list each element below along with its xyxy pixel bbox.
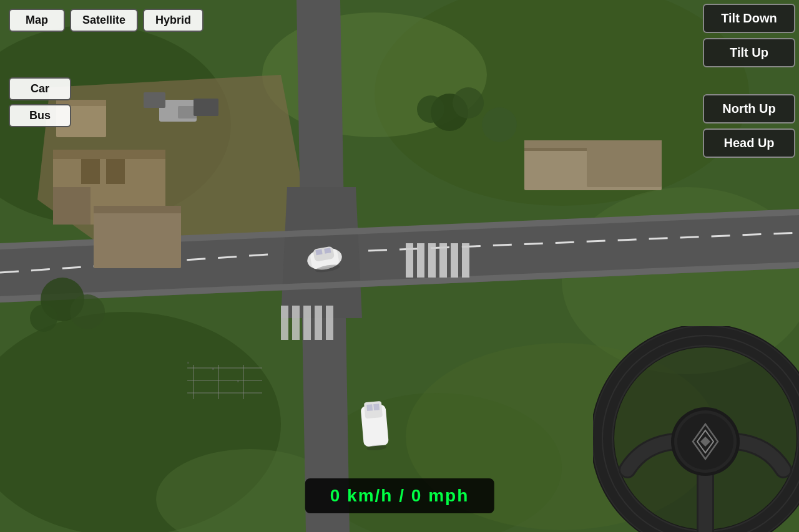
svg-rect-23 (281, 306, 288, 340)
svg-rect-27 (326, 306, 333, 340)
svg-rect-21 (451, 243, 458, 278)
tilt-buttons: Tilt Down Tilt Up (703, 4, 795, 67)
svg-rect-61 (373, 404, 380, 410)
orientation-buttons: North Up Head Up (703, 94, 795, 158)
hybrid-button[interactable]: Hybrid (143, 9, 203, 32)
steering-wheel[interactable] (593, 326, 799, 532)
svg-rect-26 (315, 306, 322, 340)
svg-rect-29 (53, 150, 165, 159)
svg-rect-60 (366, 404, 373, 411)
tilt-down-button[interactable]: Tilt Down (703, 4, 795, 33)
map-button[interactable]: Map (9, 9, 65, 32)
svg-rect-32 (53, 187, 91, 225)
svg-rect-17 (406, 243, 413, 278)
svg-point-48 (482, 107, 517, 142)
svg-rect-25 (303, 306, 311, 340)
speed-display: 0 km/h / 0 mph (305, 478, 494, 513)
svg-point-51 (30, 304, 57, 332)
svg-point-47 (417, 95, 444, 123)
svg-rect-42 (587, 143, 662, 187)
svg-rect-34 (94, 206, 181, 213)
tilt-up-button[interactable]: Tilt Up (703, 38, 795, 67)
svg-rect-24 (292, 306, 300, 340)
svg-rect-31 (106, 159, 125, 184)
north-up-button[interactable]: North Up (703, 94, 795, 123)
svg-rect-43 (144, 92, 165, 108)
svg-rect-55 (315, 249, 322, 256)
car-button[interactable]: Car (9, 77, 71, 100)
satellite-button[interactable]: Satellite (70, 9, 138, 32)
svg-rect-56 (324, 248, 331, 254)
head-up-button[interactable]: Head Up (703, 128, 795, 158)
svg-rect-30 (81, 159, 100, 184)
map-type-buttons: Map Satellite Hybrid (9, 9, 203, 32)
svg-point-50 (70, 294, 105, 329)
svg-rect-63 (187, 362, 189, 364)
bus-button[interactable]: Bus (9, 104, 71, 127)
vehicle-type-buttons: Car Bus (9, 77, 71, 127)
svg-rect-33 (94, 206, 181, 268)
svg-rect-44 (194, 99, 218, 116)
svg-rect-19 (428, 243, 436, 278)
svg-rect-59 (364, 401, 383, 418)
svg-rect-22 (462, 243, 469, 278)
steering-wheel-container (593, 326, 799, 532)
svg-rect-18 (417, 243, 424, 278)
svg-point-46 (453, 87, 484, 118)
svg-rect-20 (439, 243, 447, 278)
